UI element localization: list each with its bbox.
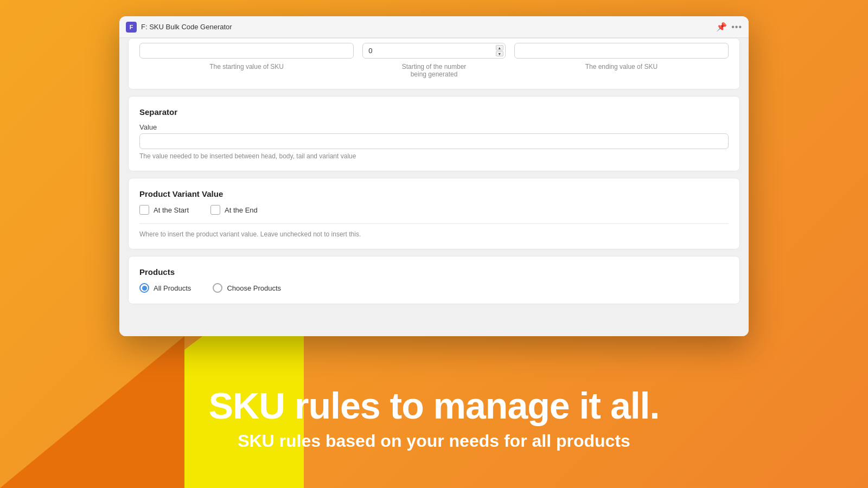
app-icon: F: [126, 22, 137, 33]
choose-products-radio[interactable]: [213, 283, 222, 293]
title-bar-actions: 📌 •••: [716, 22, 742, 32]
at-end-label: At the End: [225, 206, 258, 214]
title-bar: F F: SKU Bulk Code Generator 📌 •••: [119, 16, 749, 38]
product-variant-title: Product Variant Value: [139, 189, 729, 198]
all-products-option[interactable]: All Products: [139, 283, 191, 293]
at-start-checkbox[interactable]: [139, 205, 149, 215]
product-variant-hint: Where to insert the product variant valu…: [139, 230, 729, 238]
products-title: Products: [139, 267, 729, 277]
sku-end-description: The ending value of SKU: [514, 63, 729, 70]
products-card: Products All Products Choose Products: [128, 256, 740, 304]
number-start-description: Starting of the number being generated: [362, 63, 506, 78]
all-products-radio[interactable]: [139, 283, 149, 293]
number-start-field-group: ▲ ▼ Starting of the number being generat…: [362, 43, 506, 78]
number-start-input[interactable]: [362, 43, 506, 59]
products-options: All Products Choose Products: [139, 283, 729, 293]
sku-start-description: The starting value of SKU: [139, 63, 354, 70]
bottom-text-area: SKU rules to manage it all. SKU rules ba…: [0, 347, 868, 488]
sku-end-input[interactable]: [514, 43, 729, 59]
product-variant-options: At the Start At the End: [139, 205, 729, 215]
separator-input[interactable]: [139, 133, 729, 149]
variant-divider: [139, 223, 729, 224]
number-spinners: ▲ ▼: [496, 45, 503, 56]
sku-start-field-group: The starting value of SKU: [139, 43, 354, 70]
choose-products-label: Choose Products: [227, 284, 281, 292]
separator-value-label: Value: [139, 123, 729, 131]
at-start-label: At the Start: [154, 206, 189, 214]
at-end-checkbox[interactable]: [210, 205, 220, 215]
more-options-icon[interactable]: •••: [731, 22, 742, 32]
pin-icon[interactable]: 📌: [716, 22, 727, 32]
spinner-up[interactable]: ▲: [496, 45, 503, 50]
at-start-option[interactable]: At the Start: [139, 205, 189, 215]
app-window: F F: SKU Bulk Code Generator 📌 ••• The s…: [119, 16, 749, 336]
separator-card: Separator Value The value needed to be i…: [128, 96, 740, 171]
spinner-down[interactable]: ▼: [496, 51, 503, 56]
at-end-option[interactable]: At the End: [210, 205, 258, 215]
separator-hint: The value needed to be inserted between …: [139, 152, 729, 160]
number-start-wrapper: ▲ ▼: [362, 43, 506, 59]
choose-products-option[interactable]: Choose Products: [213, 283, 281, 293]
headline: SKU rules to manage it all.: [209, 384, 660, 427]
subheadline: SKU rules based on your needs for all pr…: [238, 431, 630, 451]
main-content: The starting value of SKU ▲ ▼ Starting o…: [119, 38, 749, 336]
all-products-label: All Products: [154, 284, 191, 292]
separator-title: Separator: [139, 107, 729, 117]
sku-end-field-group: The ending value of SKU: [514, 43, 729, 70]
window-title: F: SKU Bulk Code Generator: [141, 23, 712, 31]
starting-number-card: The starting value of SKU ▲ ▼ Starting o…: [128, 38, 740, 89]
product-variant-card: Product Variant Value At the Start At th…: [128, 178, 740, 249]
sku-start-input[interactable]: [139, 43, 354, 59]
